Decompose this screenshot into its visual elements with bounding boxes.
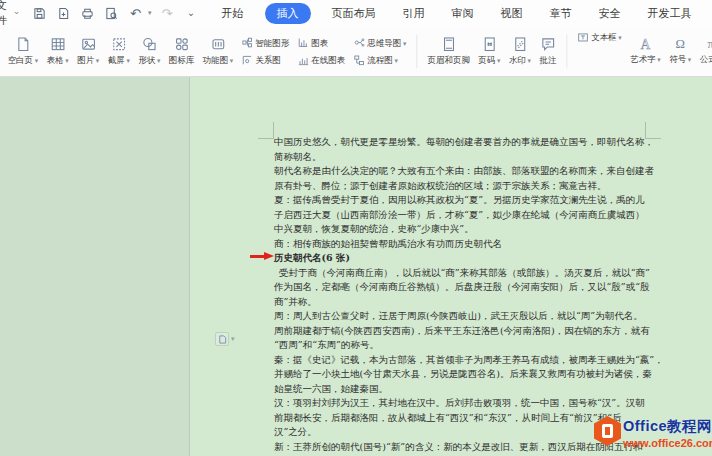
ribbon-tab[interactable]: 开始 bbox=[216, 4, 250, 23]
page-number-button[interactable]: 页码 bbox=[474, 34, 505, 68]
function-diagram-button[interactable]: 功能图 bbox=[198, 34, 237, 68]
document-line[interactable]: 夏：据传禹曾受封于夏伯，因用以称其政权为“夏”。另据历史学家范文澜先生说，禹的儿 bbox=[274, 193, 659, 208]
document-canvas: 中国历史悠久，朝代更是零星纷繁。每朝的创建者要首办的事就是确立国号，即朝代名称，… bbox=[0, 77, 712, 456]
watermark-button[interactable]: 水印 bbox=[505, 34, 536, 68]
picture-button[interactable]: 图片 bbox=[73, 34, 104, 68]
ribbon-tab[interactable]: 开发工具 bbox=[642, 4, 698, 23]
table-icon bbox=[50, 36, 66, 52]
omega-symbol-icon: Ω bbox=[676, 38, 685, 51]
document-line[interactable]: 始皇统一六国，始建秦国。 bbox=[274, 382, 659, 397]
picture-icon bbox=[80, 36, 96, 52]
watermark-brand: Office教程网 bbox=[623, 417, 712, 436]
annotation-arrow-icon bbox=[250, 252, 274, 261]
icon-library-icon bbox=[173, 36, 189, 52]
paste-options-button[interactable]: ▾ bbox=[215, 332, 235, 346]
screenshot-button[interactable]: 截屏 bbox=[103, 34, 134, 68]
chevron-down-icon: ▾ bbox=[231, 335, 235, 343]
wps-writer-window: 文件 ↶ ▾ ↷ ⌄ bbox=[0, 0, 712, 456]
word-art-icon: A bbox=[641, 38, 651, 51]
export-pdf-icon[interactable] bbox=[55, 5, 72, 22]
ribbon-tabs: 开始插入页面布局引用审阅视图章节安全开发工具特色应用文档助手 bbox=[216, 3, 712, 24]
watermark-icon bbox=[512, 36, 528, 52]
chart-button[interactable]: 图表 bbox=[295, 36, 348, 50]
print-preview-icon[interactable] bbox=[103, 5, 120, 22]
flowchart-icon bbox=[354, 55, 365, 66]
ribbon-tab[interactable]: 页面布局 bbox=[326, 4, 382, 23]
icon-library-button[interactable]: 图标库 bbox=[165, 34, 199, 68]
document-line[interactable]: 秦：据《史记》记载，本为古部落，其首领非子为周孝王养马有成绩，被周孝王赐姓为“嬴… bbox=[274, 353, 659, 368]
ribbon-tab[interactable]: 视图 bbox=[495, 4, 529, 23]
document-line[interactable]: 中兴夏朝，恢复夏朝的统治，史称“少康中兴”。 bbox=[274, 222, 659, 237]
document-line[interactable]: 简称朝名。 bbox=[274, 150, 659, 165]
header-footer-icon bbox=[441, 36, 457, 52]
blank-page-icon bbox=[15, 36, 31, 52]
smart-graphics-button[interactable]: 智能图形 bbox=[239, 36, 292, 50]
ribbon-toolbar: 空白页 表格 图片 截屏 形状 图标库 bbox=[0, 26, 712, 77]
document-line[interactable]: 历史朝代名(6 张) bbox=[274, 251, 659, 266]
document-line[interactable]: 朝代名称是由什么决定的呢？大致有五个来由：由部族、部落联盟的名称而来，来自创建者 bbox=[274, 164, 659, 179]
comment-button[interactable]: 批注 bbox=[535, 34, 560, 68]
document-line[interactable]: 原有卦号、爵位；源于创建者原始政权统治的区域；源于宗族关系；寓意吉祥。 bbox=[274, 179, 659, 194]
table-button[interactable]: 表格 bbox=[42, 34, 73, 68]
ribbon-tab[interactable]: 章节 bbox=[544, 4, 578, 23]
comment-icon bbox=[540, 36, 556, 52]
text-box-icon bbox=[578, 32, 589, 43]
relation-diagram-button[interactable]: 关系图 bbox=[239, 54, 292, 68]
ribbon-tab[interactable]: 引用 bbox=[397, 4, 431, 23]
document-line[interactable]: 并赐给了一小块土地(今甘肃天水县，另说是陇西谷名)。后来襄又救周有功被封为诸侯，… bbox=[274, 367, 659, 382]
document-line[interactable]: 周：周人到古公亶父时，迁居于周原(今陕西岐山)，武王灭殷以后，就以“周”为朝代名… bbox=[274, 309, 659, 324]
page-number-icon bbox=[481, 36, 497, 52]
function-diagram-icon bbox=[210, 36, 226, 52]
screenshot-icon bbox=[111, 36, 127, 52]
ribbon-group-divider bbox=[567, 34, 568, 68]
document-line[interactable]: 商”并称。 bbox=[274, 295, 659, 310]
mind-map-button[interactable]: 思维导图 bbox=[351, 36, 409, 50]
blank-page-button[interactable]: 空白页 bbox=[3, 34, 42, 68]
undo-dropdown-caret[interactable]: ▾ bbox=[148, 9, 152, 17]
chart-icon bbox=[298, 37, 309, 48]
menu-tab-bar: 文件 ↶ ▾ ↷ ⌄ bbox=[0, 0, 712, 26]
online-chart-button[interactable]: 在线图表 bbox=[295, 54, 348, 68]
document-line[interactable]: 周前期建都于镐(今陕西西安西南)，后来平王东迁洛邑(今河南洛阳)，因在镐的东方，… bbox=[274, 324, 659, 339]
document-line[interactable]: 作为国名，定都亳（今河南商丘谷熟镇）。后盘庚迁殷（今河南安阳）后，又以“殷”或“… bbox=[274, 280, 659, 295]
word-art-button[interactable]: A 艺术字 bbox=[626, 36, 665, 67]
quick-access-toolbar: ↶ ▾ ↷ ⌄ bbox=[31, 5, 200, 22]
flowchart-button[interactable]: 流程图 bbox=[351, 54, 409, 68]
online-chart-icon bbox=[298, 55, 309, 66]
shapes-icon bbox=[141, 36, 157, 52]
customize-toolbar-icon[interactable]: ⌄ bbox=[183, 5, 200, 22]
watermark-logo: Office教程网 www.office26.com bbox=[594, 416, 712, 449]
document-page[interactable]: 中国历史悠久，朝代更是零星纷繁。每朝的创建者要首办的事就是确立国号，即朝代名称，… bbox=[190, 77, 712, 456]
relation-diagram-icon bbox=[242, 55, 253, 66]
pi-formula-icon: π bbox=[708, 38, 712, 51]
paste-options-icon bbox=[215, 332, 229, 346]
header-footer-button[interactable]: 页眉和页脚 bbox=[423, 34, 474, 68]
text-box-button[interactable]: 文本框 bbox=[575, 30, 624, 44]
smart-graphics-icon bbox=[242, 37, 253, 48]
document-line[interactable]: 汉：项羽封刘邦为汉王，其封地在汉中。后刘邦击败项羽，统一中国，国号称“汉”。汉朝 bbox=[274, 396, 659, 411]
margin-mark-top-left bbox=[258, 122, 274, 139]
symbol-button[interactable]: Ω 符号 bbox=[665, 36, 696, 67]
ribbon-group-divider bbox=[416, 34, 417, 68]
ribbon-tab[interactable]: 插入 bbox=[265, 3, 311, 24]
file-menu-label: 文件 bbox=[0, 0, 10, 28]
ribbon-tab[interactable]: 安全 bbox=[593, 4, 627, 23]
undo-icon[interactable]: ↶ bbox=[127, 5, 144, 22]
document-text: 中国历史悠久，朝代更是零星纷繁。每朝的创建者要首办的事就是确立国号，即朝代名称，… bbox=[274, 135, 659, 456]
formula-button[interactable]: π 公式 bbox=[696, 36, 712, 67]
mind-map-icon bbox=[354, 37, 365, 48]
shapes-button[interactable]: 形状 bbox=[134, 34, 165, 68]
chevron-down-icon bbox=[13, 10, 17, 17]
print-icon[interactable] bbox=[79, 5, 96, 22]
document-line[interactable]: 子启西迁大夏（山西南部汾浍一带）后，才称“夏”，姒少康在纶城（今河南商丘虞城西） bbox=[274, 208, 659, 223]
office-hexagon-icon bbox=[594, 416, 621, 446]
document-line[interactable]: “西周”和“东周”的称号。 bbox=[274, 338, 659, 353]
file-menu-button[interactable]: 文件 bbox=[0, 0, 23, 28]
save-icon[interactable] bbox=[31, 5, 48, 22]
watermark-url: www.office26.com bbox=[623, 437, 712, 449]
ribbon-tab[interactable]: 审阅 bbox=[446, 4, 480, 23]
document-line[interactable]: 商：相传商族的始祖契曾帮助禹治水有功而历史朝代名 bbox=[274, 237, 659, 252]
document-line[interactable]: 中国历史悠久，朝代更是零星纷繁。每朝的创建者要首办的事就是确立国号，即朝代名称， bbox=[274, 135, 659, 150]
redo-icon[interactable]: ↷ bbox=[159, 5, 176, 22]
document-line[interactable]: 受封于商（今河南商丘南），以后就以“商”来称其部落（或部族）。汤灭夏后，就以“商… bbox=[274, 266, 659, 281]
